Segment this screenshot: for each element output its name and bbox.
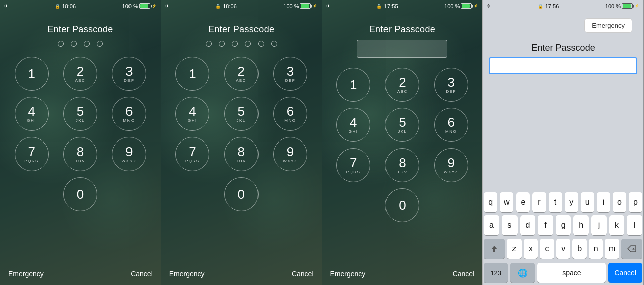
kb-z[interactable]: z <box>507 239 522 259</box>
key-3-2[interactable]: 2ABC <box>385 68 419 102</box>
passcode-text-input-3[interactable] <box>357 40 447 58</box>
key-3-7[interactable]: 7PQRS <box>336 148 370 182</box>
dot-2-4 <box>245 41 251 47</box>
bottom-bar-2: Emergency Cancel <box>161 263 322 285</box>
kb-u[interactable]: u <box>581 192 594 212</box>
key-3[interactable]: 3DEF <box>112 57 146 91</box>
key-9[interactable]: 9WXYZ <box>112 137 146 171</box>
cancel-btn-2[interactable]: Cancel <box>292 270 314 278</box>
key-7[interactable]: 7PQRS <box>15 137 49 171</box>
dots-row-2 <box>206 41 277 47</box>
key-0[interactable]: 0 <box>63 177 97 211</box>
key-3-9[interactable]: 9WXYZ <box>434 148 468 182</box>
kb-space[interactable]: space <box>537 263 606 283</box>
battery-icon-3 <box>461 3 472 9</box>
key-4[interactable]: 4GHI <box>15 97 49 131</box>
kb-y[interactable]: y <box>565 192 578 212</box>
kb-m[interactable]: m <box>605 239 619 259</box>
kb-d[interactable]: d <box>520 215 536 235</box>
key-2-1[interactable]: 1 <box>175 57 209 91</box>
emergency-btn-1[interactable]: Emergency <box>8 270 44 278</box>
kb-r[interactable]: r <box>532 192 546 212</box>
bolt-icon-2: ⚡ <box>312 4 317 8</box>
kb-h[interactable]: h <box>573 215 589 235</box>
dots-row-1 <box>58 41 103 47</box>
key-3-1[interactable]: 1 <box>336 68 370 102</box>
kb-cancel[interactable]: Cancel <box>608 263 642 283</box>
time-3: 17:55 <box>384 3 398 9</box>
dot-4 <box>97 41 103 47</box>
kb-k[interactable]: k <box>609 215 625 235</box>
status-bar-4: ✈ 🔒 17:56 100 % ⚡ <box>483 0 643 10</box>
dot-2-1 <box>206 41 212 47</box>
time-2: 18:06 <box>223 3 237 9</box>
key-2[interactable]: 2ABC <box>63 57 97 91</box>
key-3-8[interactable]: 8TUV <box>385 148 419 182</box>
kb-i[interactable]: i <box>597 192 610 212</box>
panel-2: ✈ 🔒 18:06 100 % ⚡ Enter Passcode <box>161 0 322 285</box>
kb-g[interactable]: g <box>556 215 571 235</box>
key-2-6[interactable]: 6MNO <box>273 97 307 131</box>
kb-e[interactable]: e <box>516 192 530 212</box>
key-2-2[interactable]: 2ABC <box>224 57 259 91</box>
status-bar-1: ✈ 🔒 18:06 100 % ⚡ <box>0 0 161 10</box>
emergency-btn-3[interactable]: Emergency <box>330 270 366 278</box>
cancel-btn-3[interactable]: Cancel <box>453 270 475 278</box>
key-1[interactable]: 1 <box>15 57 49 91</box>
key-8[interactable]: 8TUV <box>63 137 97 171</box>
kb-globe[interactable]: 🌐 <box>510 263 535 283</box>
passcode-text-input-4[interactable] <box>489 57 637 74</box>
kb-b[interactable]: b <box>572 239 587 259</box>
emergency-btn-top[interactable]: Emergency <box>584 18 632 33</box>
kb-n[interactable]: n <box>589 239 603 259</box>
battery-icon-4 <box>622 3 633 9</box>
kb-row-1: q w e r t y u i o p <box>483 191 643 214</box>
kb-p[interactable]: p <box>629 192 642 212</box>
key-2-0[interactable]: 0 <box>224 177 259 211</box>
key-3-3[interactable]: 3DEF <box>434 68 468 102</box>
key-2-9[interactable]: 9WXYZ <box>273 137 307 171</box>
kb-x[interactable]: x <box>524 239 538 259</box>
keypad-1: 1 2ABC 3DEF 4GHI 5JKL 6MNO 7PQRS 8TUV 9W… <box>0 57 161 211</box>
key-2-5[interactable]: 5JKL <box>224 97 259 131</box>
key-3-5[interactable]: 5JKL <box>385 108 419 142</box>
key-3-4[interactable]: 4GHI <box>336 108 370 142</box>
panel-4: ✈ 🔒 17:56 100 % ⚡ Emergency Enter Passco… <box>483 0 644 285</box>
key-2-7[interactable]: 7PQRS <box>175 137 209 171</box>
key-3-0[interactable]: 0 <box>385 188 419 222</box>
cancel-btn-1[interactable]: Cancel <box>131 270 153 278</box>
kb-o[interactable]: o <box>613 192 626 212</box>
battery-pct-4: 100 % <box>605 3 621 9</box>
lock-icon-4: 🔒 <box>538 4 543 9</box>
plane-icon-3: ✈ <box>326 3 330 9</box>
emergency-btn-2[interactable]: Emergency <box>169 270 205 278</box>
key-3-6[interactable]: 6MNO <box>434 108 468 142</box>
bolt-icon-4: ⚡ <box>634 4 639 8</box>
kb-f[interactable]: f <box>538 215 553 235</box>
shift-key[interactable] <box>484 239 505 259</box>
key-2-3[interactable]: 3DEF <box>273 57 307 91</box>
lock-icon-2: 🔒 <box>215 4 221 9</box>
key-5[interactable]: 5JKL <box>63 97 97 131</box>
lock-icon: 🔒 <box>55 4 60 9</box>
plane-icon: ✈ <box>4 3 8 9</box>
kb-a[interactable]: a <box>484 215 499 235</box>
battery-icon-2 <box>300 3 311 9</box>
kb-s[interactable]: s <box>502 215 518 235</box>
key-2-4[interactable]: 4GHI <box>175 97 209 131</box>
kb-j[interactable]: j <box>591 215 607 235</box>
time-1: 18:06 <box>62 3 76 9</box>
key-2-8[interactable]: 8TUV <box>224 137 259 171</box>
backspace-key[interactable] <box>621 239 642 259</box>
kb-t[interactable]: t <box>549 192 562 212</box>
software-keyboard: q w e r t y u i o p a s d f g h j k <box>483 191 643 285</box>
key-6[interactable]: 6MNO <box>112 97 146 131</box>
kb-w[interactable]: w <box>500 192 513 212</box>
battery-pct-1: 100 % <box>122 3 138 9</box>
plane-icon-2: ✈ <box>165 3 169 9</box>
kb-l[interactable]: l <box>627 215 642 235</box>
kb-c[interactable]: c <box>540 239 554 259</box>
kb-v[interactable]: v <box>556 239 571 259</box>
kb-123[interactable]: 123 <box>484 263 508 283</box>
kb-q[interactable]: q <box>484 192 497 212</box>
